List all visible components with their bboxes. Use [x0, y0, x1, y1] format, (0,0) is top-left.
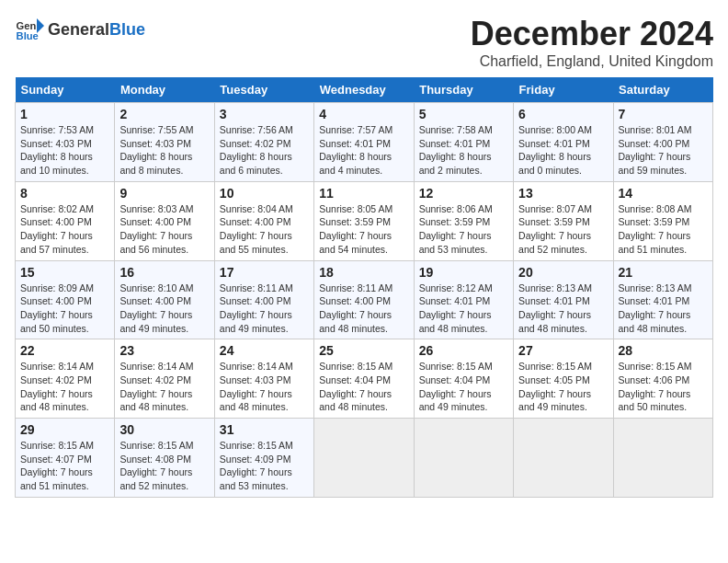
day-cell: 25 Sunrise: 8:15 AM Sunset: 4:04 PM Dayl…: [314, 339, 414, 419]
day-number: 28: [619, 343, 708, 358]
day-number: 16: [119, 265, 209, 280]
day-number: 25: [319, 343, 408, 358]
day-cell: [414, 419, 513, 498]
day-cell: 12 Sunrise: 8:06 AM Sunset: 3:59 PM Dayl…: [414, 181, 513, 260]
header: Gen Blue GeneralBlue December 2024 Charf…: [15, 15, 713, 70]
day-info: Sunrise: 8:07 AM Sunset: 3:59 PM Dayligh…: [518, 202, 608, 257]
day-cell: 8 Sunrise: 8:02 AM Sunset: 4:00 PM Dayli…: [16, 181, 115, 260]
day-number: 19: [419, 265, 508, 280]
day-cell: 23 Sunrise: 8:14 AM Sunset: 4:02 PM Dayl…: [115, 339, 214, 419]
day-info: Sunrise: 8:15 AM Sunset: 4:04 PM Dayligh…: [419, 360, 508, 414]
day-info: Sunrise: 8:11 AM Sunset: 4:00 PM Dayligh…: [220, 282, 309, 336]
day-info: Sunrise: 7:55 AM Sunset: 4:03 PM Dayligh…: [119, 123, 209, 178]
day-info: Sunrise: 8:08 AM Sunset: 3:59 PM Dayligh…: [619, 202, 708, 257]
day-number: 21: [619, 265, 708, 280]
day-header-wednesday: Wednesday: [314, 77, 414, 103]
day-number: 29: [20, 422, 109, 437]
day-number: 8: [20, 186, 109, 201]
day-cell: 1 Sunrise: 7:53 AM Sunset: 4:03 PM Dayli…: [16, 103, 115, 182]
day-cell: 9 Sunrise: 8:03 AM Sunset: 4:00 PM Dayli…: [115, 181, 214, 260]
day-cell: 10 Sunrise: 8:04 AM Sunset: 4:00 PM Dayl…: [214, 181, 313, 260]
calendar-table: SundayMondayTuesdayWednesdayThursdayFrid…: [15, 77, 713, 498]
day-number: 30: [119, 422, 209, 437]
subtitle: Charfield, England, United Kingdom: [471, 53, 713, 70]
day-number: 2: [119, 107, 209, 121]
day-number: 26: [419, 343, 508, 358]
day-info: Sunrise: 8:02 AM Sunset: 4:00 PM Dayligh…: [20, 202, 109, 257]
day-number: 20: [518, 265, 608, 280]
day-cell: 6 Sunrise: 8:00 AM Sunset: 4:01 PM Dayli…: [514, 103, 613, 182]
day-header-tuesday: Tuesday: [214, 77, 313, 103]
day-info: Sunrise: 8:15 AM Sunset: 4:05 PM Dayligh…: [518, 360, 608, 414]
day-cell: 18 Sunrise: 8:11 AM Sunset: 4:00 PM Dayl…: [314, 260, 414, 339]
day-cell: 7 Sunrise: 8:01 AM Sunset: 4:00 PM Dayli…: [613, 103, 712, 182]
day-cell: 20 Sunrise: 8:13 AM Sunset: 4:01 PM Dayl…: [514, 260, 613, 339]
day-cell: 21 Sunrise: 8:13 AM Sunset: 4:01 PM Dayl…: [613, 260, 712, 339]
day-info: Sunrise: 8:13 AM Sunset: 4:01 PM Dayligh…: [619, 282, 708, 336]
day-info: Sunrise: 7:53 AM Sunset: 4:03 PM Dayligh…: [20, 123, 109, 178]
logo-blue-text: Blue: [109, 20, 145, 40]
day-info: Sunrise: 8:09 AM Sunset: 4:00 PM Dayligh…: [20, 282, 109, 336]
day-cell: 26 Sunrise: 8:15 AM Sunset: 4:04 PM Dayl…: [414, 339, 513, 419]
day-cell: 27 Sunrise: 8:15 AM Sunset: 4:05 PM Dayl…: [514, 339, 613, 419]
day-cell: 22 Sunrise: 8:14 AM Sunset: 4:02 PM Dayl…: [16, 339, 115, 419]
svg-text:Blue: Blue: [17, 30, 39, 41]
day-info: Sunrise: 8:15 AM Sunset: 4:06 PM Dayligh…: [619, 360, 708, 414]
day-info: Sunrise: 8:13 AM Sunset: 4:01 PM Dayligh…: [518, 282, 608, 336]
week-row-5: 29 Sunrise: 8:15 AM Sunset: 4:07 PM Dayl…: [16, 419, 713, 498]
day-number: 1: [20, 107, 109, 121]
week-row-3: 15 Sunrise: 8:09 AM Sunset: 4:00 PM Dayl…: [16, 260, 713, 339]
day-cell: 16 Sunrise: 8:10 AM Sunset: 4:00 PM Dayl…: [115, 260, 214, 339]
day-header-monday: Monday: [115, 77, 214, 103]
day-number: 12: [419, 186, 508, 201]
day-number: 5: [419, 107, 508, 121]
day-number: 18: [319, 265, 408, 280]
day-cell: 4 Sunrise: 7:57 AM Sunset: 4:01 PM Dayli…: [314, 103, 414, 182]
day-header-saturday: Saturday: [613, 77, 712, 103]
day-header-thursday: Thursday: [414, 77, 513, 103]
day-cell: 15 Sunrise: 8:09 AM Sunset: 4:00 PM Dayl…: [16, 260, 115, 339]
day-header-sunday: Sunday: [16, 77, 115, 103]
day-info: Sunrise: 8:10 AM Sunset: 4:00 PM Dayligh…: [119, 282, 209, 336]
day-cell: 11 Sunrise: 8:05 AM Sunset: 3:59 PM Dayl…: [314, 181, 414, 260]
day-info: Sunrise: 8:06 AM Sunset: 3:59 PM Dayligh…: [419, 202, 508, 257]
day-cell: 31 Sunrise: 8:15 AM Sunset: 4:09 PM Dayl…: [214, 419, 313, 498]
day-info: Sunrise: 8:14 AM Sunset: 4:02 PM Dayligh…: [119, 360, 209, 414]
day-cell: 14 Sunrise: 8:08 AM Sunset: 3:59 PM Dayl…: [613, 181, 712, 260]
day-cell: [514, 419, 613, 498]
svg-text:Gen: Gen: [17, 20, 37, 31]
day-info: Sunrise: 7:56 AM Sunset: 4:02 PM Dayligh…: [220, 123, 309, 178]
day-cell: 19 Sunrise: 8:12 AM Sunset: 4:01 PM Dayl…: [414, 260, 513, 339]
logo-general-text: General: [48, 20, 109, 40]
day-info: Sunrise: 8:00 AM Sunset: 4:01 PM Dayligh…: [518, 123, 608, 178]
day-cell: 24 Sunrise: 8:14 AM Sunset: 4:03 PM Dayl…: [214, 339, 313, 419]
days-header-row: SundayMondayTuesdayWednesdayThursdayFrid…: [16, 77, 713, 103]
day-number: 3: [220, 107, 309, 121]
calendar-body: 1 Sunrise: 7:53 AM Sunset: 4:03 PM Dayli…: [16, 103, 713, 498]
svg-marker-2: [37, 18, 44, 33]
day-number: 6: [518, 107, 608, 121]
day-number: 22: [20, 343, 109, 358]
day-info: Sunrise: 7:58 AM Sunset: 4:01 PM Dayligh…: [419, 123, 508, 178]
week-row-2: 8 Sunrise: 8:02 AM Sunset: 4:00 PM Dayli…: [16, 181, 713, 260]
day-cell: 29 Sunrise: 8:15 AM Sunset: 4:07 PM Dayl…: [16, 419, 115, 498]
day-header-friday: Friday: [514, 77, 613, 103]
day-number: 4: [319, 107, 408, 121]
day-cell: 5 Sunrise: 7:58 AM Sunset: 4:01 PM Dayli…: [414, 103, 513, 182]
day-number: 9: [119, 186, 209, 201]
day-info: Sunrise: 8:01 AM Sunset: 4:00 PM Dayligh…: [619, 123, 708, 178]
day-cell: 30 Sunrise: 8:15 AM Sunset: 4:08 PM Dayl…: [115, 419, 214, 498]
main-title: December 2024: [471, 15, 713, 53]
week-row-1: 1 Sunrise: 7:53 AM Sunset: 4:03 PM Dayli…: [16, 103, 713, 182]
week-row-4: 22 Sunrise: 8:14 AM Sunset: 4:02 PM Dayl…: [16, 339, 713, 419]
day-info: Sunrise: 8:15 AM Sunset: 4:04 PM Dayligh…: [319, 360, 408, 414]
day-info: Sunrise: 8:15 AM Sunset: 4:08 PM Dayligh…: [119, 439, 209, 493]
day-number: 14: [619, 186, 708, 201]
day-info: Sunrise: 8:14 AM Sunset: 4:03 PM Dayligh…: [220, 360, 309, 414]
day-info: Sunrise: 8:03 AM Sunset: 4:00 PM Dayligh…: [119, 202, 209, 257]
day-info: Sunrise: 8:15 AM Sunset: 4:07 PM Dayligh…: [20, 439, 109, 493]
day-info: Sunrise: 8:05 AM Sunset: 3:59 PM Dayligh…: [319, 202, 408, 257]
day-cell: 17 Sunrise: 8:11 AM Sunset: 4:00 PM Dayl…: [214, 260, 313, 339]
day-number: 7: [619, 107, 708, 121]
logo: Gen Blue GeneralBlue: [15, 15, 145, 44]
